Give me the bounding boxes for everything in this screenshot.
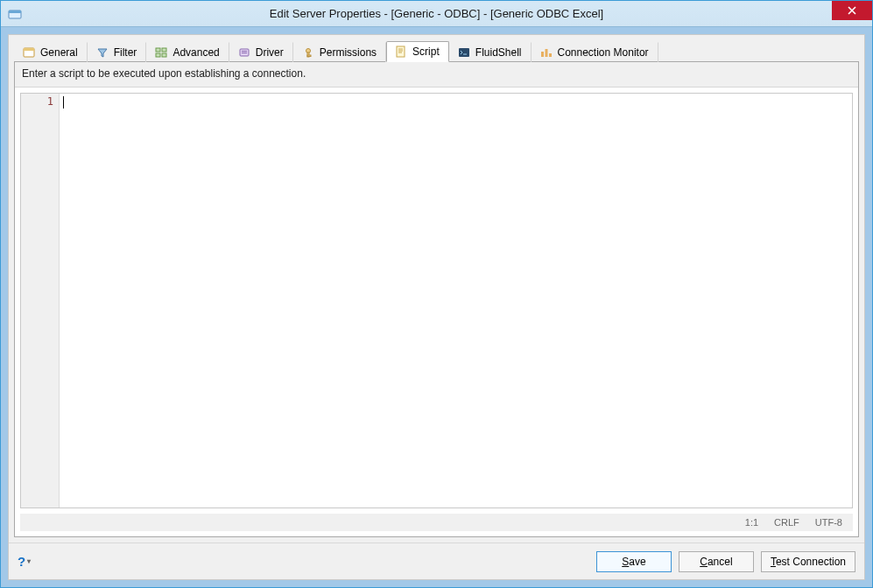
permissions-icon [301, 46, 315, 60]
tab-label: Connection Monitor [558, 46, 649, 59]
svg-rect-3 [24, 48, 34, 51]
svg-rect-14 [397, 46, 405, 57]
editor-gutter: 1 [21, 94, 60, 508]
svg-rect-18 [549, 53, 552, 57]
help-dropdown[interactable]: ? ▾ [18, 554, 31, 569]
tab-label: Permissions [320, 46, 377, 59]
svg-rect-4 [156, 48, 160, 52]
svg-rect-13 [307, 55, 311, 57]
svg-rect-10 [242, 52, 247, 53]
editor-content[interactable] [60, 94, 852, 508]
general-icon [22, 46, 36, 60]
save-button[interactable]: Save [596, 551, 672, 572]
driver-icon [237, 46, 251, 60]
svg-rect-5 [162, 48, 166, 52]
window-body: General Filter Advanced Driver Permissio… [8, 34, 865, 580]
tab-label: Advanced [172, 46, 219, 59]
svg-rect-17 [545, 49, 547, 57]
tab-label: Filter [114, 46, 137, 59]
script-icon [394, 45, 408, 59]
titlebar: Edit Server Properties - [Generic - ODBC… [1, 1, 872, 27]
text-cursor [63, 96, 64, 108]
tab-label: Driver [256, 46, 284, 59]
svg-rect-16 [541, 52, 544, 57]
button-row: ? ▾ Save Cancel Test Connection [9, 542, 864, 579]
editor-statusbar: 1:1 CRLF UTF-8 [20, 514, 853, 531]
window-title: Edit Server Properties - [Generic - ODBC… [1, 7, 872, 20]
tab-general[interactable]: General [14, 42, 88, 62]
filter-icon [95, 46, 109, 60]
close-button[interactable] [832, 1, 872, 20]
gutter-line-number: 1 [21, 95, 53, 108]
tab-row: General Filter Advanced Driver Permissio… [9, 35, 864, 61]
tab-driver[interactable]: Driver [229, 42, 293, 62]
svg-rect-6 [156, 53, 160, 57]
svg-rect-9 [242, 51, 247, 52]
chevron-down-icon: ▾ [27, 557, 31, 565]
tab-fluidshell[interactable]: FluidShell [449, 42, 532, 62]
tab-permissions[interactable]: Permissions [293, 42, 386, 62]
tab-advanced[interactable]: Advanced [146, 42, 229, 62]
tab-label: Script [412, 46, 440, 58]
script-panel: Enter a script to be executed upon estab… [14, 61, 859, 537]
tab-label: FluidShell [475, 46, 522, 59]
cursor-position: 1:1 [745, 517, 758, 528]
help-icon: ? [18, 554, 25, 569]
monitor-icon [539, 46, 553, 60]
script-editor[interactable]: 1 [20, 93, 853, 508]
tab-script[interactable]: Script [386, 41, 449, 62]
svg-rect-15 [459, 48, 469, 57]
line-ending: CRLF [774, 517, 799, 528]
svg-rect-7 [162, 53, 166, 57]
tab-filter[interactable]: Filter [88, 42, 147, 62]
advanced-icon [154, 46, 168, 60]
app-icon [8, 7, 22, 21]
tab-connection-monitor[interactable]: Connection Monitor [532, 42, 658, 62]
svg-rect-1 [9, 10, 21, 13]
encoding: UTF-8 [815, 517, 842, 528]
test-connection-button[interactable]: Test Connection [761, 551, 855, 572]
cancel-button[interactable]: Cancel [679, 551, 754, 572]
fluidshell-icon [457, 46, 471, 60]
tab-label: General [40, 46, 78, 59]
instruction-text: Enter a script to be executed upon estab… [15, 62, 858, 88]
